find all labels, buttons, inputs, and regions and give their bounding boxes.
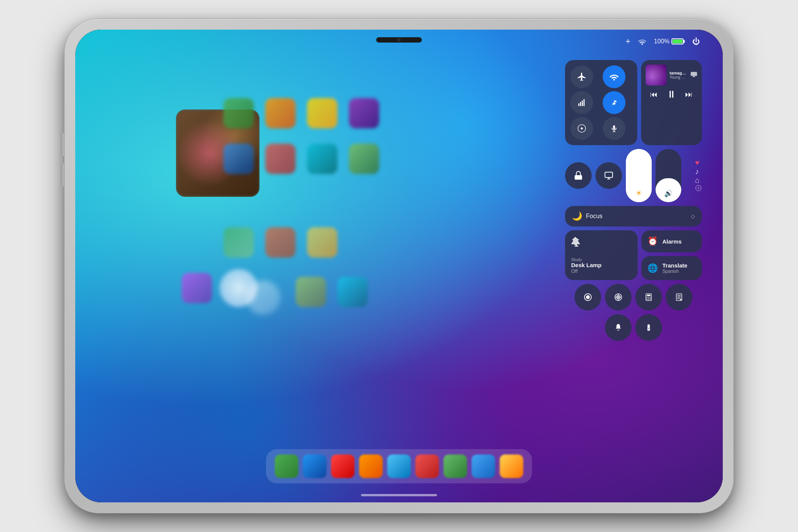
app-icon-blur — [223, 144, 254, 174]
now-playing-text: tamagotchi Young Miko — [670, 71, 687, 79]
desk-lamp-text: Study Desk Lamp Off — [571, 257, 632, 274]
svg-point-20 — [650, 299, 651, 299]
cc-row-3: 🌙 Focus ◇ — [565, 206, 702, 226]
home-icon[interactable]: ⌂ — [695, 176, 702, 185]
notes-button[interactable] — [666, 284, 692, 310]
svg-rect-22 — [648, 327, 650, 331]
battery-percent: 100% — [654, 38, 670, 45]
desk-lamp-context: Study — [571, 257, 632, 262]
volume-up-button[interactable] — [61, 133, 64, 156]
airplay-button[interactable] — [690, 71, 697, 79]
svg-point-11 — [586, 295, 590, 299]
app-icon-blur — [223, 227, 254, 258]
svg-point-16 — [648, 298, 649, 298]
play-pause-button[interactable]: ⏸ — [667, 89, 676, 100]
side-icons: ♥ ♪ ⌂ — [695, 157, 702, 195]
album-art — [646, 65, 667, 86]
desk-lamp-tile[interactable]: Study Desk Lamp Off — [565, 230, 638, 280]
now-playing-info: tamagotchi Young Miko — [646, 65, 697, 86]
app-icon-blur — [307, 98, 337, 128]
flashlight-button[interactable] — [635, 314, 662, 341]
dock — [266, 449, 532, 483]
focus-mode-button[interactable] — [570, 117, 593, 140]
dock-icon-8[interactable] — [472, 454, 495, 478]
svg-rect-7 — [575, 175, 582, 180]
app-icon-blur — [337, 277, 368, 307]
wifi-toggle-button[interactable] — [603, 65, 625, 88]
wifi-icon — [638, 38, 646, 45]
dock-icon-4[interactable] — [359, 454, 383, 478]
ipad-device: + 100% ⏻ — [65, 19, 733, 513]
battery-area: 100% — [654, 38, 685, 45]
cellular-button[interactable] — [570, 91, 593, 114]
app-icon-blur — [223, 98, 254, 128]
ipad-screen: + 100% ⏻ — [75, 30, 723, 502]
camera-lens — [397, 38, 401, 42]
dock-icon-3[interactable] — [331, 454, 355, 478]
connectivity-tile: ⭧ — [565, 60, 637, 145]
svg-rect-8 — [605, 172, 613, 177]
translate-label: Translate — [662, 262, 687, 269]
bluetooth-button[interactable]: ⭧ — [603, 91, 625, 114]
battery-icon — [671, 38, 685, 44]
cc-row-1: ⭧ — [565, 60, 702, 145]
next-track-button[interactable]: ⏭ — [685, 90, 693, 99]
svg-point-15 — [647, 298, 648, 298]
app-icon-blur — [265, 144, 296, 174]
screen-record-button[interactable] — [575, 284, 601, 310]
sliders-area: ☀ 🔊 — [626, 149, 691, 202]
device-screen: + 100% ⏻ — [75, 30, 723, 502]
music-note-icon[interactable]: ♪ — [695, 167, 702, 176]
dock-icon-5[interactable] — [387, 454, 411, 478]
brightness-slider[interactable]: ☀ — [626, 149, 652, 202]
app-icon-blur — [307, 227, 337, 258]
focus-tile[interactable]: 🌙 Focus ◇ — [565, 206, 702, 226]
dock-icon-7[interactable] — [443, 454, 467, 478]
control-center: ⭧ — [565, 60, 702, 341]
sound-recognition-button[interactable] — [605, 284, 632, 310]
app-icon-blur — [307, 144, 337, 174]
volume-control: 🔊 — [656, 149, 681, 202]
prev-track-button[interactable]: ⏮ — [650, 90, 658, 99]
desk-lamp-status: Off — [571, 268, 632, 274]
heart-icon[interactable]: ♥ — [695, 158, 702, 167]
screen-mirror-button[interactable] — [595, 162, 622, 189]
alarms-tile[interactable]: ⏰ Alarms — [641, 230, 702, 252]
svg-rect-1 — [580, 102, 581, 106]
cc-row-4: Study Desk Lamp Off ⏰ Alarms — [565, 230, 702, 280]
calculator-button[interactable] — [635, 284, 662, 310]
power-button[interactable]: ⏻ — [692, 37, 700, 46]
svg-rect-2 — [582, 101, 583, 106]
bell-button[interactable] — [605, 314, 632, 341]
add-control-button[interactable]: + — [625, 36, 630, 46]
screen-lock-button[interactable] — [565, 162, 592, 189]
alarms-label: Alarms — [662, 238, 682, 245]
volume-icon: 🔊 — [664, 189, 673, 198]
translate-tile[interactable]: 🌐 Translate Spanish — [641, 256, 702, 280]
antenna-icon[interactable] — [695, 185, 702, 193]
translate-sublabel: Spanish — [662, 269, 687, 274]
app-icon-blur — [265, 227, 296, 258]
airplane-mode-button[interactable] — [570, 65, 593, 88]
dock-icon-1[interactable] — [275, 454, 298, 478]
brightness-control: ☀ — [626, 149, 652, 202]
now-playing-tile: tamagotchi Young Miko ⏮ — [641, 60, 702, 145]
brightness-icon: ☀ — [635, 188, 642, 198]
volume-slider[interactable]: 🔊 — [656, 149, 681, 202]
svg-point-18 — [647, 299, 648, 299]
dock-icon-2[interactable] — [303, 454, 326, 478]
svg-rect-5 — [613, 125, 615, 130]
translate-icon: 🌐 — [648, 263, 658, 273]
dock-icon-9[interactable] — [500, 454, 523, 478]
volume-down-button[interactable] — [61, 163, 64, 186]
alarm-icon: ⏰ — [648, 236, 658, 246]
svg-rect-0 — [578, 103, 580, 106]
status-bar-right: + 100% ⏻ — [625, 36, 700, 46]
focus-chevron-icon: ◇ — [691, 213, 695, 219]
now-playing-controls: ⏮ ⏸ ⏭ — [646, 89, 697, 100]
app-icon-blur — [349, 144, 379, 174]
dock-icon-6[interactable] — [415, 454, 439, 478]
now-playing-artist: Young Miko — [670, 75, 687, 79]
home-indicator[interactable] — [361, 494, 437, 496]
mic-button[interactable] — [603, 117, 625, 140]
